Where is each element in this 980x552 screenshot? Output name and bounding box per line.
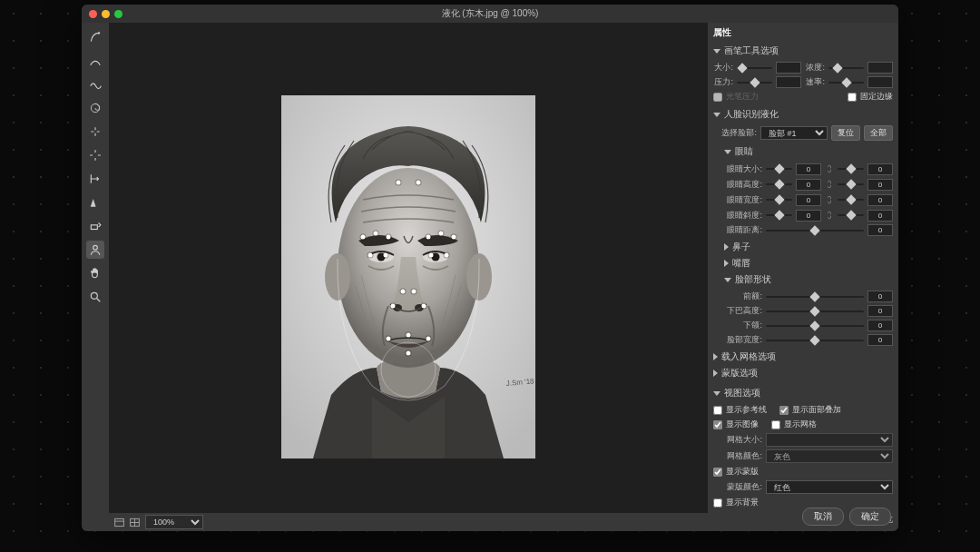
chevron-right-icon (713, 353, 718, 360)
eye-distance-slider[interactable] (766, 225, 864, 236)
panel-title: 属性 (713, 26, 893, 39)
section-face-aware[interactable]: 人脸识别液化 (713, 106, 893, 123)
density-value[interactable] (867, 62, 893, 74)
chevron-down-icon (713, 113, 720, 117)
pressure-slider[interactable] (737, 77, 772, 88)
rate-value[interactable] (867, 76, 893, 88)
minimize-window-button[interactable] (102, 10, 110, 18)
traffic-lights (82, 10, 122, 18)
size-slider[interactable] (737, 63, 772, 74)
zoom-select[interactable]: 100% (145, 515, 203, 529)
section-eyes[interactable]: 眼睛 (724, 143, 893, 160)
section-load-mesh[interactable]: 载入网格选项 (713, 349, 893, 365)
svg-point-3 (91, 292, 97, 299)
forward-warp-tool[interactable] (86, 28, 104, 46)
density-slider[interactable] (828, 63, 864, 74)
close-window-button[interactable] (89, 10, 97, 18)
image-stage: J.Sm '18 (281, 95, 535, 458)
eye-size-right-slider[interactable] (838, 163, 864, 174)
svg-point-7 (466, 253, 492, 301)
smooth-tool[interactable] (86, 75, 104, 94)
cancel-button[interactable]: 取消 (802, 508, 844, 526)
grid-icon[interactable] (130, 518, 140, 527)
chevron-down-icon (724, 278, 731, 282)
chevron-down-icon (713, 391, 720, 396)
toolbar (82, 23, 109, 531)
mesh-size-select (766, 433, 893, 447)
chevron-right-icon (713, 370, 718, 377)
maximize-window-button[interactable] (114, 10, 122, 18)
layout-icon[interactable] (114, 518, 124, 527)
reconstruct-tool[interactable] (86, 52, 104, 70)
mesh-color-select: 灰色 (766, 449, 893, 463)
eye-size-left-slider[interactable] (766, 163, 792, 174)
properties-panel: 属性 画笔工具选项 大小: 浓度: 压力: 速率: (708, 23, 898, 531)
show-image-checkbox[interactable]: 显示图像 (713, 419, 759, 430)
show-face-overlay-checkbox[interactable]: 显示面部叠加 (779, 404, 841, 416)
section-nose[interactable]: 鼻子 (724, 239, 893, 255)
pin-edges-checkbox[interactable]: 固定边缘 (848, 91, 893, 103)
select-face-label: 选择脸部: (713, 127, 757, 139)
size-value[interactable] (776, 62, 801, 74)
chevron-down-icon (724, 150, 731, 154)
twirl-tool[interactable] (86, 99, 104, 117)
link-icon[interactable] (825, 163, 834, 175)
chevron-right-icon (724, 243, 729, 251)
section-view-options[interactable]: 视图选项 (713, 385, 893, 401)
chevron-right-icon (724, 260, 729, 267)
rate-label: 速率: (805, 76, 825, 88)
show-guides-checkbox[interactable]: 显示参考线 (713, 404, 767, 416)
pucker-tool[interactable] (86, 123, 104, 141)
svg-rect-16 (115, 518, 124, 526)
section-face-shape[interactable]: 脸部形状 (724, 271, 893, 288)
canvas-area[interactable]: J.Sm '18 (109, 23, 708, 531)
freeze-mask-tool[interactable] (86, 193, 104, 212)
thaw-mask-tool[interactable] (86, 217, 104, 235)
section-mouth[interactable]: 嘴唇 (724, 255, 893, 271)
rate-slider[interactable] (828, 77, 864, 88)
portrait-image: J.Sm '18 (281, 95, 535, 458)
hand-tool[interactable] (86, 264, 104, 282)
mask-color-select[interactable]: 红色 (766, 480, 893, 494)
show-backdrop-checkbox[interactable]: 显示背景 (713, 497, 759, 508)
push-left-tool[interactable] (86, 170, 104, 188)
show-mask-checkbox[interactable]: 显示蒙版 (713, 466, 759, 478)
section-mask-options[interactable]: 蒙版选项 (713, 365, 893, 381)
show-mesh-checkbox[interactable]: 显示网格 (771, 419, 817, 430)
link-icon[interactable] (825, 193, 834, 206)
link-icon[interactable] (825, 178, 834, 191)
window-title: 液化 (东木.jpg @ 100%) (442, 7, 539, 20)
size-label: 大小: (713, 62, 733, 74)
bloat-tool[interactable] (86, 146, 104, 164)
face-tool[interactable] (86, 241, 104, 259)
density-label: 浓度: (805, 62, 825, 74)
pen-pressure-checkbox: 光笔压力 (713, 91, 759, 103)
all-button[interactable]: 全部 (864, 125, 893, 141)
select-face-dropdown[interactable]: 脸部 #1 (760, 126, 828, 140)
svg-point-6 (325, 253, 350, 301)
titlebar: 液化 (东木.jpg @ 100%) (82, 5, 898, 23)
section-brush-options[interactable]: 画笔工具选项 (713, 43, 893, 59)
chevron-down-icon (713, 49, 720, 54)
zoom-tool[interactable] (86, 288, 104, 306)
reset-button[interactable]: 复位 (831, 125, 860, 141)
app-window: 液化 (东木.jpg @ 100%) (82, 5, 898, 531)
svg-point-2 (93, 245, 98, 250)
pressure-label: 压力: (713, 76, 733, 88)
link-icon[interactable] (825, 209, 834, 222)
pressure-value[interactable] (776, 76, 801, 88)
svg-rect-1 (91, 225, 97, 230)
ok-button[interactable]: 确定 (849, 508, 891, 526)
status-bar: 100% (109, 513, 708, 531)
